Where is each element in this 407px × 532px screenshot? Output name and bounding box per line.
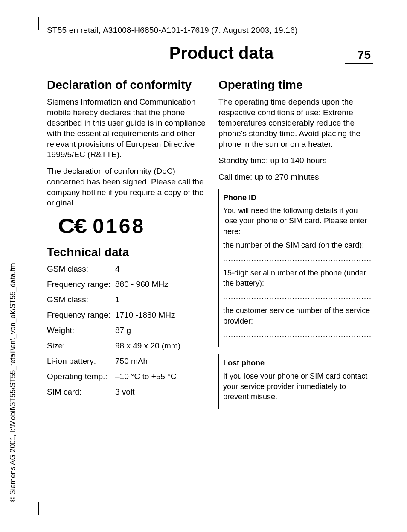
fill-line: ........................................…: [223, 330, 372, 340]
crop-mark: [38, 502, 39, 515]
tech-value: –10 °C to +55 °C: [115, 372, 206, 381]
declaration-heading: Declaration of conformity: [47, 78, 206, 92]
operating-time-para: The operating time depends upon the resp…: [218, 97, 377, 149]
technical-data-table: GSM class: 4 Frequency range: 880 - 960 …: [47, 264, 206, 397]
tech-label: Weight:: [47, 326, 115, 335]
ce-icon: C€: [58, 214, 86, 238]
declaration-para-2: The declaration of conformity (DoC) conc…: [47, 166, 206, 208]
lost-phone-box: Lost phone If you lose your phone or SIM…: [218, 354, 377, 409]
operating-time-heading: Operating time: [218, 78, 377, 92]
tech-value: 98 x 49 x 20 (mm): [115, 341, 206, 351]
crop-mark: [38, 17, 39, 30]
table-row: GSM class: 4: [47, 264, 206, 274]
technical-data-heading: Technical data: [47, 246, 206, 259]
tech-value: 1710 -1880 MHz: [115, 310, 206, 320]
service-number-label: the customer service number of the servi…: [223, 305, 372, 326]
fill-line: ........................................…: [223, 254, 372, 264]
fill-line: ........................................…: [223, 292, 372, 302]
phone-id-intro: You will need the following details if y…: [223, 205, 372, 237]
tech-label: Frequency range:: [47, 310, 115, 320]
table-row: GSM class: 1: [47, 295, 206, 304]
tech-value: 3 volt: [115, 387, 206, 397]
table-row: Frequency range: 1710 -1880 MHz: [47, 310, 206, 320]
tech-label: SIM card:: [47, 387, 115, 397]
tech-value: 1: [115, 295, 206, 304]
phone-id-box: Phone ID You will need the following det…: [218, 189, 377, 348]
ce-number: 0168: [93, 214, 145, 238]
tech-value: 4: [115, 264, 206, 274]
tech-label: GSM class:: [47, 295, 115, 304]
tech-value: 750 mAh: [115, 357, 206, 366]
crop-mark: [375, 17, 375, 30]
lost-phone-title: Lost phone: [223, 358, 372, 368]
title-row: Product data 75: [47, 44, 377, 64]
table-row: Weight: 87 g: [47, 326, 206, 335]
content-columns: Declaration of conformity Siemens Inform…: [47, 75, 377, 416]
tech-label: Size:: [47, 341, 115, 351]
page-title: Product data: [47, 44, 345, 63]
lost-phone-para: If you lose your phone or SIM card conta…: [223, 371, 372, 402]
table-row: Frequency range: 880 - 960 MHz: [47, 280, 206, 289]
left-column: Declaration of conformity Siemens Inform…: [47, 75, 206, 416]
standby-time-line: Standby time: up to 140 hours: [218, 155, 377, 166]
table-row: Operating temp.: –10 °C to +55 °C: [47, 372, 206, 381]
crop-mark: [26, 502, 38, 502]
document-header: ST55 en retail, A31008-H6850-A101-1-7619…: [47, 26, 377, 35]
tech-label: Frequency range:: [47, 280, 115, 289]
table-row: Li-ion battery: 750 mAh: [47, 357, 206, 366]
tech-label: Li-ion battery:: [47, 357, 115, 366]
tech-label: Operating temp.:: [47, 372, 115, 381]
side-copyright-text: © Siemens AG 2001, I:\Mobil\ST55\ST55_re…: [9, 263, 17, 502]
serial-number-label: 15-digit serial number of the phone (und…: [223, 268, 372, 289]
tech-label: GSM class:: [47, 264, 115, 274]
right-column: Operating time The operating time depend…: [218, 75, 377, 416]
ce-marking: C€ 0168: [60, 214, 206, 238]
tech-value: 880 - 960 MHz: [115, 280, 206, 289]
page-number: 75: [345, 48, 373, 64]
declaration-para-1: Siemens Information and Communication mo…: [47, 97, 206, 160]
tech-value: 87 g: [115, 326, 206, 335]
crop-mark: [26, 30, 38, 30]
sim-number-label: the number of the SIM card (on the card)…: [223, 240, 372, 250]
table-row: SIM card: 3 volt: [47, 387, 206, 397]
call-time-line: Call time: up to 270 minutes: [218, 172, 377, 183]
table-row: Size: 98 x 49 x 20 (mm): [47, 341, 206, 351]
phone-id-title: Phone ID: [223, 193, 372, 203]
